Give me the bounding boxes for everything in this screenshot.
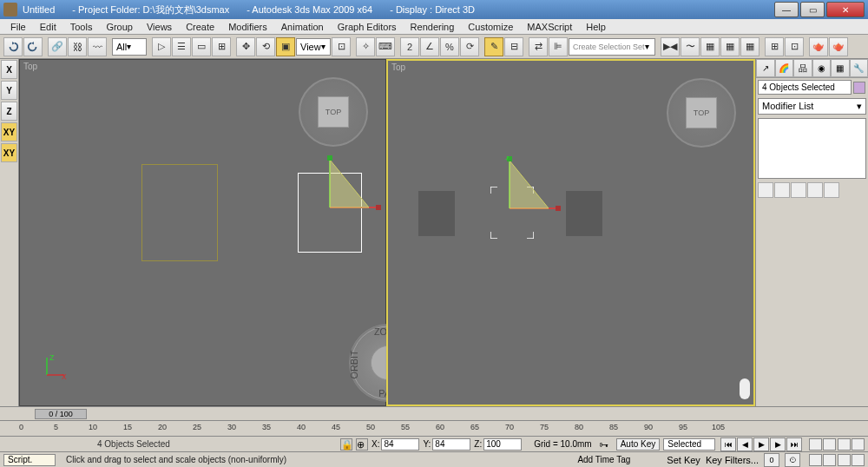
next-frame-button[interactable]: ▶ — [770, 437, 786, 451]
time-slider-bar[interactable]: 0 / 100 — [0, 406, 868, 420]
keyboard-shortcut-button[interactable]: ⌨ — [376, 37, 395, 56]
zoom-all-button[interactable] — [823, 438, 836, 451]
link-button[interactable]: 🔗 — [48, 37, 67, 56]
scene-object[interactable] — [418, 191, 455, 236]
viewcube-face[interactable]: TOP — [318, 96, 349, 128]
schematic-view-button[interactable]: ▦ — [700, 37, 720, 56]
select-region-rect-button[interactable]: ▭ — [192, 37, 211, 56]
close-button[interactable]: ✕ — [826, 2, 865, 17]
maximize-viewport-button[interactable] — [852, 454, 865, 466]
tab-utilities[interactable]: 🔧 — [850, 59, 869, 77]
autokey-button[interactable]: Auto Key — [616, 438, 661, 451]
zoom-extents-button[interactable] — [838, 438, 851, 451]
quick-render-button[interactable]: 🫖 — [809, 37, 828, 56]
bind-spacewarp-button[interactable]: 〰 — [88, 37, 107, 56]
coord-y-input[interactable] — [432, 438, 470, 451]
arc-rotate-button[interactable] — [838, 454, 851, 466]
goto-end-button[interactable]: ⏭ — [786, 437, 802, 451]
configure-sets-button[interactable] — [824, 182, 839, 198]
animation-slider-handle[interactable] — [740, 378, 750, 399]
zoom-button[interactable] — [809, 438, 822, 451]
axis-xy2-button[interactable]: XY — [1, 143, 17, 162]
keyfilters-button[interactable]: Key Filters... — [706, 455, 759, 465]
timeline-ruler[interactable]: 0 5 10 15 20 25 30 35 40 45 50 55 60 65 … — [0, 420, 868, 436]
align-button[interactable]: ⊫ — [549, 37, 568, 56]
modifier-list-dropdown[interactable]: Modifier List▾ — [758, 98, 866, 115]
layer-manager-button[interactable]: ▶◀ — [661, 37, 680, 56]
scale-gizmo[interactable] — [326, 155, 386, 216]
select-button[interactable]: ▷ — [152, 37, 171, 56]
axis-x-button[interactable]: X — [1, 60, 17, 79]
keymode-dropdown[interactable]: Selected — [663, 438, 715, 451]
tab-hierarchy[interactable]: 品 — [793, 59, 812, 77]
tab-create[interactable]: ↗ — [756, 59, 775, 77]
spinner-snap-button[interactable]: ⟳ — [460, 37, 479, 56]
snap-angle-button[interactable]: ∠ — [420, 37, 439, 56]
tab-modify[interactable]: 🌈 — [775, 59, 794, 77]
time-config2-button[interactable]: ⏲ — [785, 453, 800, 467]
setkey-button[interactable]: Set Key — [667, 455, 700, 465]
viewcube-face[interactable]: TOP — [686, 97, 717, 128]
scene-object-rect[interactable] — [141, 164, 218, 261]
select-scale-button[interactable]: ▣ — [276, 37, 295, 56]
select-by-name-button[interactable]: ☰ — [172, 37, 191, 56]
menu-grapheditors[interactable]: Graph Editors — [331, 22, 404, 32]
named-selection-button[interactable]: ⊟ — [504, 37, 523, 56]
viewcube[interactable]: TOP — [299, 77, 368, 147]
add-time-tag-button[interactable]: Add Time Tag — [577, 455, 630, 464]
snap-percent-button[interactable]: % — [440, 37, 459, 56]
object-color-swatch[interactable] — [853, 82, 865, 94]
menu-modifiers[interactable]: Modifiers — [221, 22, 274, 32]
material-editor-button[interactable]: ▦ — [720, 37, 740, 56]
render-button[interactable]: ⊡ — [785, 37, 804, 56]
remove-modifier-button[interactable] — [807, 182, 823, 198]
menu-customize[interactable]: Customize — [461, 22, 520, 32]
undo-button[interactable] — [3, 37, 23, 56]
window-crossing-button[interactable]: ⊞ — [212, 37, 231, 56]
coord-z-input[interactable] — [483, 438, 522, 451]
create-selection-set-input[interactable]: Create Selection Set ▾ — [569, 38, 655, 56]
maximize-button[interactable]: ▭ — [800, 2, 825, 17]
viewcube[interactable]: TOP — [667, 78, 736, 148]
render-frame-button[interactable]: ⊞ — [765, 37, 784, 56]
absolute-mode-button[interactable]: ⊕ — [356, 438, 368, 451]
axis-xy-button[interactable]: XY — [1, 122, 17, 141]
goto-start-button[interactable]: ⏮ — [720, 437, 736, 451]
menu-file[interactable]: File — [3, 22, 33, 32]
zoom-extents-all-button[interactable] — [852, 438, 865, 451]
scene-object[interactable] — [566, 191, 602, 236]
scale-gizmo[interactable]: y — [505, 156, 566, 217]
menu-tools[interactable]: Tools — [63, 22, 100, 32]
curve-editor-button[interactable]: 〜 — [681, 37, 700, 56]
axis-y-button[interactable]: Y — [1, 81, 17, 100]
tab-motion[interactable]: ◉ — [812, 59, 832, 77]
make-unique-button[interactable] — [791, 182, 806, 198]
menu-maxscript[interactable]: MAXScript — [520, 22, 579, 32]
axis-z-button[interactable]: Z — [1, 102, 17, 121]
time-slider[interactable]: 0 / 100 — [35, 409, 87, 419]
time-config-button[interactable]: 0 — [764, 453, 779, 467]
prev-frame-button[interactable]: ◀ — [737, 437, 753, 451]
selection-filter-dropdown[interactable]: All ▾ — [112, 38, 147, 56]
pin-stack-button[interactable] — [758, 182, 773, 198]
render-setup-button[interactable]: ▦ — [740, 37, 760, 56]
modifier-stack[interactable] — [758, 118, 866, 179]
coord-x-input[interactable] — [381, 438, 419, 451]
show-end-result-button[interactable] — [774, 182, 790, 198]
viewport-right[interactable]: Top TOP y — [386, 59, 755, 406]
play-button[interactable]: ▶ — [753, 437, 769, 451]
minimize-button[interactable]: — — [774, 2, 799, 17]
menu-views[interactable]: Views — [140, 22, 179, 32]
menu-rendering[interactable]: Rendering — [404, 22, 462, 32]
menu-create[interactable]: Create — [179, 22, 221, 32]
redo-button[interactable] — [23, 37, 43, 56]
menu-help[interactable]: Help — [579, 22, 613, 32]
select-manipulate-button[interactable]: ✧ — [356, 37, 375, 56]
snap-2d-button[interactable]: 2 — [400, 37, 419, 56]
lock-selection-button[interactable]: 🔒 — [340, 438, 352, 451]
viewport-left[interactable]: Top TOP z x — [19, 59, 386, 406]
object-name-field[interactable]: 4 Objects Selected — [758, 80, 852, 95]
tab-display[interactable]: ▦ — [831, 59, 850, 77]
mirror-button[interactable]: ⇄ — [529, 37, 548, 56]
select-move-button[interactable]: ✥ — [236, 37, 255, 56]
